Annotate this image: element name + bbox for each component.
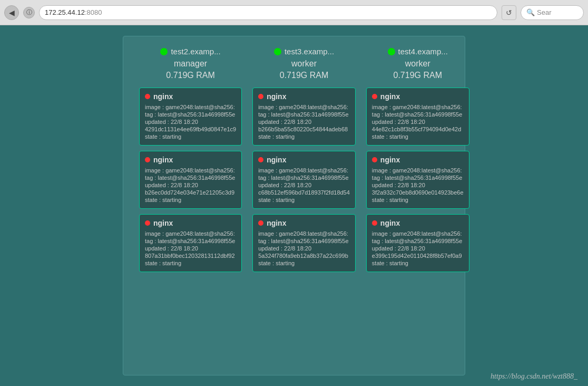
service-tag-0-0: tag : latest@sha256:31a46998f55e [145, 111, 236, 118]
service-state-2-2: state : starting [372, 260, 464, 266]
service-state-1-2: state : starting [258, 260, 350, 266]
node-column-0: test2.examp... manager 0.719G RAM nginx … [134, 47, 247, 272]
watermark: https://blog.csdn.net/wzt888_ [491, 372, 577, 381]
service-image-1-1: image : game2048:latest@sha256: [258, 167, 350, 173]
node-name-0: test2.examp... [171, 47, 220, 56]
service-hash-2-1: 3f2a932c70eb8d0690e014923be6e [372, 189, 464, 196]
service-state-1-1: state : starting [258, 197, 350, 203]
services-list-2: nginx image : game2048:latest@sha256: ta… [366, 88, 469, 272]
service-image-2-2: image : game2048:latest@sha256: [372, 230, 464, 237]
service-status-dot-2-0 [372, 94, 377, 99]
service-tag-1-1: tag : latest@sha256:31a46998f55e [258, 175, 350, 181]
node-ram-2: 0.719G RAM [393, 71, 442, 80]
service-hash-0-2: 807a31bbf0bec12032813112dbf92 [145, 253, 236, 259]
services-list-1: nginx image : game2048:latest@sha256: ta… [252, 88, 356, 272]
service-title-0-1: nginx [145, 156, 236, 164]
service-name-0-2: nginx [153, 219, 173, 227]
service-card-2-1: nginx image : game2048:latest@sha256: ta… [366, 151, 469, 209]
service-image-0-2: image : game2048:latest@sha256: [145, 230, 236, 237]
service-name-1-2: nginx [267, 219, 286, 227]
service-state-2-1: state : starting [372, 197, 464, 203]
service-status-dot-0-1 [145, 157, 150, 162]
service-title-2-1: nginx [372, 156, 464, 164]
search-bar[interactable]: 🔍 Sear [521, 5, 584, 20]
service-status-dot-1-2 [258, 220, 263, 226]
node-header-0: test2.examp... [160, 47, 220, 56]
service-card-0-1: nginx image : game2048:latest@sha256: ta… [139, 151, 242, 209]
service-name-0-1: nginx [153, 156, 173, 164]
service-updated-0-1: updated : 22/8 18:20 [145, 182, 236, 188]
node-name-2: test4.examp... [398, 47, 448, 56]
node-header-2: test4.examp... [388, 47, 448, 56]
node-name-1: test3.examp... [285, 47, 334, 56]
service-updated-0-2: updated : 22/8 18:20 [145, 245, 236, 252]
service-card-1-1: nginx image : game2048:latest@sha256: ta… [252, 151, 356, 209]
service-card-2-0: nginx image : game2048:latest@sha256: ta… [366, 88, 469, 146]
service-image-0-0: image : game2048:latest@sha256: [145, 104, 236, 110]
service-name-2-1: nginx [380, 156, 400, 164]
service-title-2-0: nginx [372, 92, 464, 101]
service-status-dot-2-1 [372, 157, 377, 162]
service-tag-1-2: tag : latest@sha256:31a46998f55e [258, 238, 350, 244]
node-ram-0: 0.719G RAM [166, 71, 214, 80]
address-bar[interactable]: 172.25.44.12 :8080 [39, 5, 497, 20]
service-state-1-0: state : starting [258, 133, 350, 140]
service-card-2-2: nginx image : game2048:latest@sha256: ta… [366, 214, 469, 272]
service-name-0-0: nginx [153, 92, 173, 101]
back-button[interactable]: ◀ [4, 5, 19, 20]
service-card-0-2: nginx image : game2048:latest@sha256: ta… [139, 214, 242, 272]
service-state-2-0: state : starting [372, 133, 464, 140]
service-card-1-2: nginx image : game2048:latest@sha256: ta… [252, 214, 356, 272]
service-tag-2-2: tag : latest@sha256:31a46998f55e [372, 238, 464, 244]
node-column-1: test3.examp... worker 0.719G RAM nginx i… [247, 47, 361, 272]
service-title-1-1: nginx [258, 156, 350, 164]
service-title-0-2: nginx [145, 219, 236, 227]
address-host: 172.25.44.12 [45, 8, 85, 16]
service-image-1-2: image : game2048:latest@sha256: [258, 230, 350, 237]
address-port: :8080 [85, 8, 102, 16]
service-title-1-0: nginx [258, 92, 350, 101]
service-state-0-1: state : starting [145, 197, 236, 203]
service-hash-1-2: 5a324f780fa9eb12a8b37a22c699b [258, 253, 350, 259]
service-image-2-0: image : game2048:latest@sha256: [372, 104, 464, 110]
service-state-0-0: state : starting [145, 133, 236, 140]
service-updated-2-1: updated : 22/8 18:20 [372, 182, 464, 188]
service-hash-1-1: c68b512ef596bd7d18937f2fd18d54 [258, 189, 350, 196]
service-name-2-2: nginx [380, 219, 400, 227]
node-header-1: test3.examp... [274, 47, 334, 56]
service-name-1-1: nginx [267, 156, 286, 164]
nodes-grid: test2.examp... manager 0.719G RAM nginx … [134, 47, 454, 272]
reload-button[interactable]: ↺ [502, 5, 516, 20]
service-status-dot-2-2 [372, 220, 377, 226]
node-role-0: manager [174, 59, 207, 69]
service-updated-1-1: updated : 22/8 18:20 [258, 182, 350, 188]
service-tag-1-0: tag : latest@sha256:31a46998f55e [258, 111, 350, 118]
service-title-0-0: nginx [145, 92, 236, 101]
service-tag-0-2: tag : latest@sha256:31a46998f55e [145, 238, 236, 244]
service-name-1-0: nginx [267, 92, 286, 101]
search-placeholder: Sear [537, 8, 551, 16]
service-status-dot-0-2 [145, 220, 150, 226]
node-status-dot-2 [388, 48, 395, 55]
service-title-2-2: nginx [372, 219, 464, 227]
outer-panel: test2.examp... manager 0.719G RAM nginx … [123, 36, 465, 375]
node-ram-1: 0.719G RAM [280, 71, 328, 80]
service-image-2-1: image : game2048:latest@sha256: [372, 167, 464, 173]
node-status-dot-0 [160, 48, 168, 55]
info-button[interactable]: ⓘ [23, 7, 35, 18]
service-card-1-0: nginx image : game2048:latest@sha256: ta… [252, 88, 356, 146]
service-updated-2-2: updated : 22/8 18:20 [372, 245, 464, 252]
services-list-0: nginx image : game2048:latest@sha256: ta… [139, 88, 242, 272]
node-column-2: test4.examp... worker 0.719G RAM nginx i… [361, 47, 475, 272]
node-role-2: worker [405, 59, 430, 69]
service-image-1-0: image : game2048:latest@sha256: [258, 104, 350, 110]
service-hash-2-2: e399c195d42e0110428f8b57ef0a9 [372, 253, 464, 259]
node-status-dot-1 [274, 48, 281, 55]
service-image-0-1: image : game2048:latest@sha256: [145, 167, 236, 173]
service-status-dot-1-1 [258, 157, 263, 162]
service-updated-1-2: updated : 22/8 18:20 [258, 245, 350, 252]
service-updated-1-0: updated : 22/8 18:20 [258, 119, 350, 125]
service-hash-2-0: 44e82c1cb8f3b55cf794094d0e42d [372, 126, 464, 132]
main-content: test2.examp... manager 0.719G RAM nginx … [0, 25, 588, 386]
service-title-1-2: nginx [258, 219, 350, 227]
